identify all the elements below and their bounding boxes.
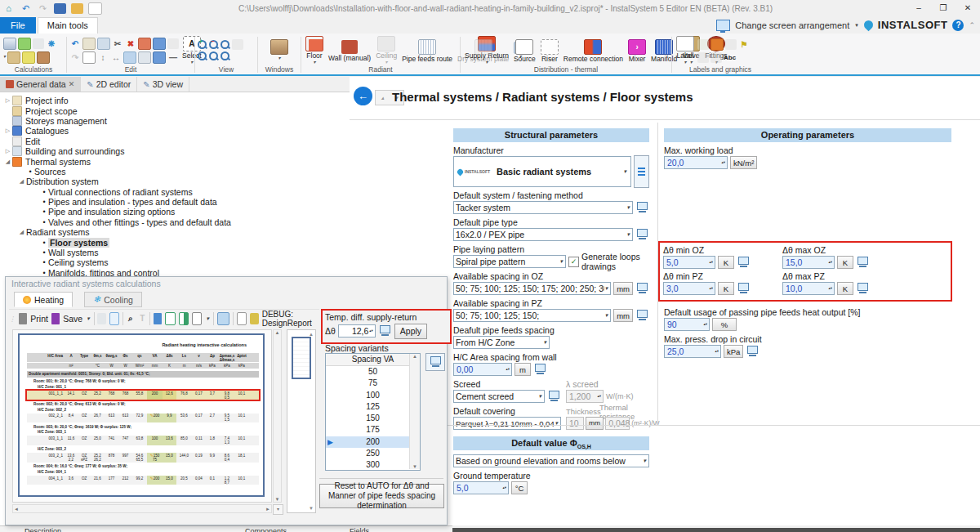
abc-text-icon[interactable]: Abc — [724, 52, 735, 63]
expander-expanded-icon[interactable]: ◢ — [17, 229, 26, 235]
diagnostics-icon[interactable] — [33, 38, 44, 49]
source-button[interactable]: Source — [512, 38, 537, 63]
dt-min-oz-input[interactable]: 5,0▴▾ — [663, 256, 715, 269]
table-graphic-icon[interactable] — [725, 39, 737, 50]
align-horizontal-icon[interactable]: ↔ — [110, 52, 122, 63]
calculator-icon[interactable] — [3, 38, 16, 50]
assign-computer-icon[interactable] — [737, 283, 751, 295]
assign-computer-icon[interactable] — [635, 283, 649, 295]
expander-collapsed-icon[interactable]: ▷ — [3, 148, 12, 154]
measure-icon[interactable]: ― — [167, 52, 179, 63]
redo-icon[interactable]: ↷ — [69, 52, 81, 63]
combo-arrow-icon[interactable]: ▾ — [622, 168, 627, 175]
thickness-input[interactable]: 10 — [566, 417, 584, 430]
frame-icon[interactable] — [82, 51, 96, 64]
tree-item[interactable]: •Wall systems — [0, 248, 350, 257]
tab-heating[interactable]: Heating — [14, 292, 73, 307]
fit-width-icon[interactable] — [217, 312, 230, 325]
tree-item[interactable]: ▷Building and surroundings — [0, 146, 350, 156]
manufacturer-combo[interactable]: INSTALSOFT Basic radiant systems ▾ — [453, 156, 631, 187]
preview-vscrollbar[interactable]: ▲▼ — [273, 329, 282, 503]
usage-input[interactable]: 90▴▾ — [664, 318, 710, 331]
paste-icon[interactable] — [82, 38, 96, 50]
assign-computer-icon[interactable] — [635, 202, 649, 214]
tree-item[interactable]: •Virtual connections of radiant systems — [0, 187, 350, 197]
dt-max-pz-input[interactable]: 10,0▴▾ — [782, 282, 835, 295]
tree-item[interactable]: ▷Catalogues — [0, 126, 350, 136]
find-icon[interactable]: ⌕ — [127, 313, 135, 324]
view-caret-icon[interactable]: ▾ — [205, 315, 210, 322]
close-button[interactable]: ✕ — [956, 2, 980, 15]
wall-manual-button[interactable]: Wall (manual) — [327, 39, 372, 62]
graphics-box-icon[interactable] — [697, 39, 709, 50]
report-document-icon[interactable] — [237, 312, 247, 325]
tree-item[interactable]: ◢Thermal systems — [0, 156, 350, 166]
pipe-type-combo[interactable]: 16x2.0 / PEX pipe▾ — [453, 228, 633, 241]
catalogue-browse-button[interactable] — [634, 155, 649, 188]
resistance-input[interactable]: 0,048 — [605, 417, 630, 430]
riser-button[interactable]: Riser — [539, 38, 560, 63]
tab-2d-editor[interactable]: ✎ 2D editor — [81, 77, 137, 92]
layout-toggle-icon[interactable] — [109, 312, 119, 325]
tree-item[interactable]: Edit — [0, 136, 350, 146]
tree-item[interactable]: ◢Distribution system — [0, 177, 350, 186]
print-icon[interactable] — [19, 313, 27, 324]
undo-quick-icon[interactable]: ↶ — [20, 3, 32, 14]
label-button[interactable]: Label▾ — [675, 35, 696, 65]
minimize-button[interactable]: – — [906, 2, 931, 15]
print-button[interactable]: Print — [30, 314, 48, 324]
expander-expanded-icon[interactable]: ◢ — [17, 178, 26, 185]
flip-icon[interactable] — [153, 38, 166, 50]
tree-item[interactable]: Project scope — [0, 105, 350, 115]
spacing-row[interactable]: 300 — [326, 459, 420, 471]
assign-computer-icon[interactable] — [547, 391, 561, 403]
valve-settings-icon[interactable] — [37, 51, 50, 64]
save-icon[interactable] — [54, 3, 66, 14]
covering-combo[interactable]: Parquet λ=0,21 10mm - 0,048▾ — [453, 417, 561, 430]
spacing-row[interactable]: 150 — [326, 413, 420, 424]
delete-icon[interactable]: ✖ — [125, 38, 136, 49]
pipe-feeds-route-button[interactable]: Pipe feeds route — [400, 38, 454, 63]
fastening-combo[interactable]: Tacker system▾ — [453, 201, 633, 214]
view-single-page-icon[interactable] — [154, 313, 162, 324]
new-document-icon[interactable] — [88, 2, 102, 15]
assign-computer-button[interactable] — [425, 353, 445, 371]
view-options-icon[interactable] — [232, 39, 243, 50]
assign-computer-icon[interactable] — [746, 346, 760, 358]
floor-button[interactable]: Floor▾ — [304, 35, 325, 65]
spacing-row[interactable]: 250 — [326, 448, 420, 459]
assign-computer-icon[interactable] — [635, 229, 649, 241]
more-edit-icon[interactable] — [167, 38, 179, 49]
dry-system-plate-button[interactable]: Dry system plate — [456, 38, 510, 63]
save-report-icon[interactable] — [51, 313, 60, 324]
assign-computer-icon[interactable] — [635, 310, 649, 322]
tab-file[interactable]: File — [0, 17, 36, 34]
spacing-list-scrollbar[interactable]: ▲▼ — [409, 354, 420, 469]
tree-item[interactable]: •Pipe and insulation sizing options — [0, 207, 350, 217]
assign-computer-icon[interactable] — [737, 257, 751, 269]
save-report-button[interactable]: Save — [63, 314, 82, 324]
clipboard-icon[interactable] — [97, 313, 105, 324]
radiators-icon[interactable] — [22, 51, 35, 64]
lambda-input[interactable]: 1,200▴▾ — [566, 390, 604, 403]
align-vertical-icon[interactable]: ↕ — [97, 52, 109, 63]
view-fit-page-icon[interactable] — [165, 312, 175, 325]
assign-computer-icon[interactable] — [533, 364, 547, 376]
zoom-previous-icon[interactable] — [209, 51, 219, 61]
spacing-row[interactable]: 175 — [326, 424, 420, 436]
ground-temperature-input[interactable]: 5,0▴▾ — [453, 481, 509, 494]
spacing-row[interactable]: 125 — [326, 401, 420, 413]
tree-item[interactable]: Storeys management — [0, 116, 350, 126]
generate-loops-checkbox[interactable]: ✓ — [568, 257, 579, 267]
tree-item[interactable]: ◢Radiant systems — [0, 227, 350, 237]
debug-icon[interactable] — [250, 313, 258, 324]
tab-3d-view[interactable]: ✎ 3D view — [137, 77, 189, 92]
close-tab-icon[interactable]: ✕ — [69, 80, 75, 88]
apply-button[interactable]: Apply — [394, 324, 427, 339]
spacing-oz-combo[interactable]: 50; 75; 100; 125; 150; 175; 200; 250; 30… — [453, 282, 611, 295]
chevron-down-icon[interactable]: ▾ — [854, 22, 859, 29]
view-grid-icon[interactable] — [192, 312, 202, 325]
pin-up-icon[interactable]: ▴ — [381, 95, 385, 101]
mirror-icon[interactable] — [138, 51, 151, 64]
remote-connection-button[interactable]: Remote connection — [562, 38, 625, 63]
